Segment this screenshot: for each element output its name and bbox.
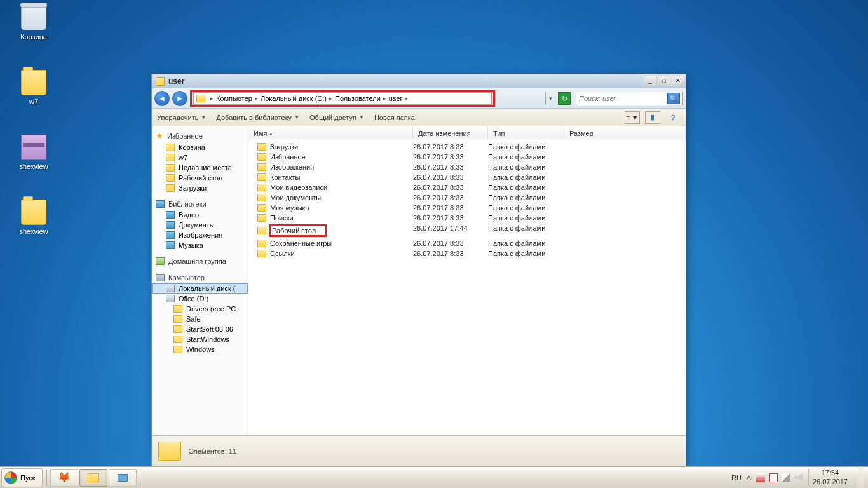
volume-icon[interactable]	[794, 473, 803, 482]
organize-menu[interactable]: Упорядочить▼	[157, 114, 206, 121]
minimize-button[interactable]: _	[644, 76, 656, 86]
file-date: 26.07.2017 8:33	[413, 214, 488, 222]
desktop-icon-w7[interactable]: w7	[11, 70, 56, 105]
computer-section[interactable]: Компьютер	[152, 272, 248, 283]
titlebar[interactable]: user _ □ ✕	[152, 74, 686, 88]
folder-icon	[173, 305, 182, 313]
file-name: Ссылки	[270, 250, 295, 257]
app-taskbar-item[interactable]	[109, 469, 137, 487]
address-bar[interactable]: ▸ Компьютер ▸ Локальный диск (C:) ▸ Поль…	[193, 92, 492, 105]
library-icon	[166, 241, 175, 249]
address-highlight: ▸ Компьютер ▸ Локальный диск (C:) ▸ Поль…	[190, 90, 495, 107]
network-icon[interactable]	[782, 473, 790, 482]
sidebar-item[interactable]: Локальный диск (	[152, 283, 248, 294]
rar-icon	[21, 135, 46, 160]
forward-button[interactable]: ►	[172, 91, 187, 106]
desktop-icon-shexview[interactable]: shexview	[11, 200, 56, 235]
bin-icon	[21, 5, 46, 30]
search-input[interactable]	[579, 95, 667, 102]
sidebar-item[interactable]: Музыка	[152, 240, 248, 250]
sidebar-item[interactable]: Изображения	[152, 230, 248, 240]
back-button[interactable]: ◄	[154, 91, 170, 106]
action-center-icon[interactable]	[769, 473, 778, 482]
file-row[interactable]: Моя музыка26.07.2017 8:33Папка с файлами	[248, 203, 686, 213]
search-box[interactable]: 🔍	[576, 92, 683, 105]
tray-expand[interactable]: ᐱ	[747, 474, 751, 481]
file-row[interactable]: Мои видеозаписи26.07.2017 8:33Папка с фа…	[248, 182, 686, 193]
folder-icon	[257, 214, 266, 222]
file-type: Папка с файлами	[488, 224, 564, 237]
divider	[46, 470, 47, 486]
search-icon[interactable]: 🔍	[667, 93, 680, 104]
share-menu[interactable]: Общий доступ▼	[309, 114, 364, 121]
view-options[interactable]: ≡▼	[625, 111, 640, 124]
library-icon	[166, 231, 175, 239]
file-row[interactable]: Контакты26.07.2017 8:33Папка с файлами	[248, 172, 686, 182]
desktop-icon-shexview[interactable]: shexview	[11, 135, 56, 170]
file-date: 26.07.2017 8:33	[413, 250, 488, 257]
flag-icon[interactable]	[756, 473, 765, 482]
chevron-icon: ▸	[329, 95, 332, 102]
file-name: Рабочий стол	[269, 224, 327, 237]
file-type: Папка с файлами	[488, 204, 564, 212]
breadcrumb-item[interactable]: user	[389, 95, 402, 102]
sidebar-item[interactable]: Загрузки	[152, 183, 248, 193]
file-row[interactable]: Сохраненные игры26.07.2017 8:33Папка с ф…	[248, 238, 686, 248]
file-name: Сохраненные игры	[270, 240, 332, 247]
favorites-section[interactable]: ★Избранное	[152, 129, 248, 142]
clock[interactable]: 17:54 26.07.2017	[808, 469, 851, 485]
name-column[interactable]: Имя▴	[248, 126, 413, 140]
start-button[interactable]: Пуск	[1, 468, 43, 487]
libraries-section[interactable]: Библиотеки	[152, 198, 248, 210]
breadcrumb-item[interactable]: Локальный диск (C:)	[261, 95, 327, 102]
sidebar-item[interactable]: Safe	[152, 314, 248, 324]
breadcrumb-item[interactable]: Компьютер	[216, 95, 252, 102]
sidebar-item[interactable]: w7	[152, 152, 248, 163]
sidebar-item[interactable]: StartWindows	[152, 334, 248, 344]
preview-pane-button[interactable]: ▮	[645, 111, 660, 124]
address-dropdown[interactable]: ▾	[545, 92, 555, 105]
file-date: 26.07.2017 8:33	[413, 240, 488, 247]
explorer-taskbar-item[interactable]	[79, 469, 107, 487]
sidebar-item[interactable]: Drivers (eee PC	[152, 304, 248, 314]
sidebar-item[interactable]: Недавние места	[152, 163, 248, 173]
refresh-button[interactable]: ↻	[558, 92, 571, 105]
help-button[interactable]: ?	[665, 111, 681, 124]
firefox-taskbar-item[interactable]: 🦊	[50, 469, 78, 487]
library-icon	[166, 221, 175, 229]
add-library-menu[interactable]: Добавить в библиотеку▼	[216, 114, 299, 121]
file-date: 26.07.2017 8:33	[413, 143, 488, 151]
show-desktop[interactable]	[857, 467, 864, 489]
file-row[interactable]: Рабочий стол26.07.2017 17:44Папка с файл…	[248, 223, 686, 238]
file-row[interactable]: Избранное26.07.2017 8:33Папка с файлами	[248, 152, 686, 162]
homegroup-section[interactable]: Домашняя группа	[152, 255, 248, 267]
file-name: Изображения	[270, 163, 314, 171]
folder-icon	[173, 325, 182, 333]
sidebar-item[interactable]: Рабочий стол	[152, 173, 248, 183]
sidebar-item[interactable]: Windows	[152, 344, 248, 355]
sidebar-item[interactable]: Корзина	[152, 142, 248, 152]
sidebar-item[interactable]: Документы	[152, 220, 248, 230]
desktop-icon-корзина[interactable]: Корзина	[11, 5, 56, 41]
file-row[interactable]: Ссылки26.07.2017 8:33Папка с файлами	[248, 248, 686, 259]
file-type: Папка с файлами	[488, 184, 564, 191]
breadcrumb-item[interactable]: Пользователи	[335, 95, 381, 102]
sidebar-item[interactable]: Видео	[152, 210, 248, 220]
file-name: Мои видеозаписи	[270, 184, 327, 191]
close-button[interactable]: ✕	[672, 76, 684, 86]
size-column[interactable]: Размер	[564, 126, 686, 140]
new-folder-button[interactable]: Новая папка	[374, 114, 415, 121]
file-row[interactable]: Мои документы26.07.2017 8:33Папка с файл…	[248, 193, 686, 203]
file-list[interactable]: Загрузки26.07.2017 8:33Папка с файламиИз…	[248, 140, 686, 435]
sidebar-item[interactable]: StartSoft 06-06-	[152, 324, 248, 334]
star-icon: ★	[156, 131, 163, 140]
file-row[interactable]: Загрузки26.07.2017 8:33Папка с файлами	[248, 142, 686, 152]
status-bar: Элементов: 11	[152, 435, 686, 466]
language-indicator[interactable]: RU	[731, 474, 742, 482]
file-row[interactable]: Поиски26.07.2017 8:33Папка с файлами	[248, 213, 686, 223]
maximize-button[interactable]: □	[658, 76, 670, 86]
date-column[interactable]: Дата изменения	[413, 126, 488, 140]
file-row[interactable]: Изображения26.07.2017 8:33Папка с файлам…	[248, 162, 686, 172]
sidebar-item[interactable]: Ofice (D:)	[152, 294, 248, 304]
type-column[interactable]: Тип	[488, 126, 564, 140]
